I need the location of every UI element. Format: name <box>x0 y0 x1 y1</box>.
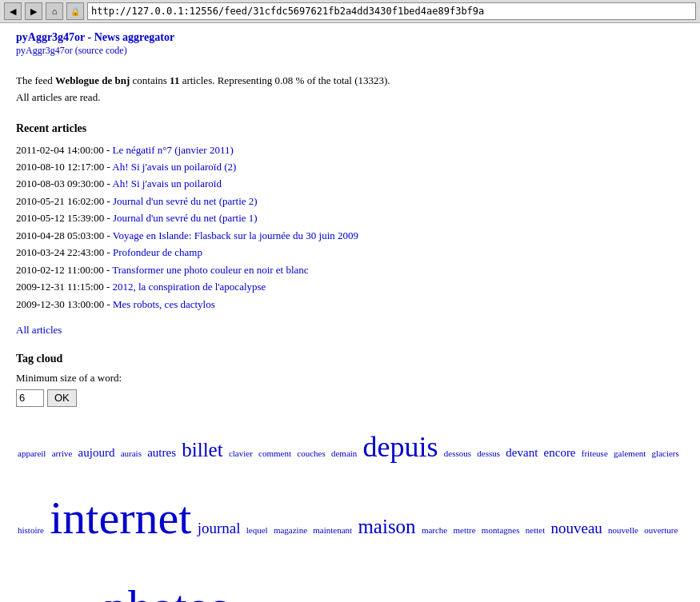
feed-info-total-suffix: % of the total (13323). <box>293 74 390 86</box>
article-item: 2010-05-21 16:02:00 - Journal d'un sevré… <box>16 193 684 209</box>
tag-link[interactable]: galement <box>614 449 646 458</box>
tag-link[interactable]: comment <box>258 449 291 458</box>
ok-button[interactable]: OK <box>47 389 77 407</box>
tag-link[interactable]: demain <box>331 449 357 458</box>
article-link[interactable]: Transformer une photo couleur en noir et… <box>112 264 308 276</box>
tag-link[interactable]: maintenant <box>313 525 352 535</box>
article-date: 2010-05-21 16:02:00 - <box>16 195 113 207</box>
tag-link[interactable]: couches <box>297 449 325 458</box>
tag-link[interactable]: glaciers <box>652 449 679 458</box>
tag-link[interactable]: billet <box>182 439 222 460</box>
feed-percentage: 0.08 <box>275 74 294 86</box>
article-date: 2010-02-12 11:00:00 - <box>16 264 112 276</box>
address-bar[interactable] <box>87 2 696 20</box>
all-articles-link[interactable]: All articles <box>16 324 684 337</box>
tag-link[interactable]: nouveau <box>550 520 602 536</box>
tag-cloud: appareil arrive aujourd aurais autres bi… <box>16 420 684 602</box>
article-date: 2009-12-31 11:15:00 - <box>16 281 112 293</box>
tag-link[interactable]: mettre <box>454 525 476 535</box>
feed-info-middle: contains <box>130 74 170 86</box>
source-code-link[interactable]: pyAggr3g47or (source code) <box>16 45 127 56</box>
min-size-input[interactable] <box>16 389 44 407</box>
app-title-link[interactable]: pyAggr3g47or - News aggregator <box>16 31 174 43</box>
tag-cloud-title: Tag cloud <box>16 353 684 365</box>
articles-list: 2011-02-04 14:00:00 - Le négatif n°7 (ja… <box>16 142 684 313</box>
tag-link[interactable]: aujourd <box>78 446 115 459</box>
article-link[interactable]: Ah! Si j'avais un poilaroïd (2) <box>112 161 236 173</box>
article-link[interactable]: Mes robots, ces dactylos <box>113 298 215 310</box>
feed-info-prefix: The feed <box>16 74 55 86</box>
tag-link[interactable]: magazine <box>274 525 307 535</box>
article-date: 2011-02-04 14:00:00 - <box>16 144 112 156</box>
tag-link[interactable]: arrive <box>52 449 73 458</box>
page-content: pyAggr3g47or - News aggregator pyAggr3g4… <box>0 23 700 602</box>
tag-link[interactable]: dessous <box>444 449 471 458</box>
min-size-label: Minimum size of a word: <box>16 372 684 385</box>
article-item: 2009-12-30 13:00:00 - Mes robots, ces da… <box>16 296 684 313</box>
tag-link[interactable]: marche <box>422 525 447 535</box>
recent-articles-title: Recent articles <box>16 122 684 135</box>
article-link[interactable]: Journal d'un sevré du net (partie 1) <box>113 212 258 224</box>
article-link[interactable]: Le négatif n°7 (janvier 2011) <box>112 144 233 156</box>
feed-info: The feed Weblogue de bnj contains 11 art… <box>16 73 684 106</box>
article-date: 2010-04-28 05:03:00 - <box>16 229 113 241</box>
article-date: 2010-08-10 12:17:00 - <box>16 161 112 173</box>
tag-link[interactable]: clavier <box>229 449 253 458</box>
tag-link[interactable]: lequel <box>246 525 268 535</box>
article-item: 2010-04-28 05:03:00 - Voyage en Islande:… <box>16 227 684 244</box>
tag-link[interactable]: internet <box>50 492 191 544</box>
article-item: 2010-03-24 22:43:00 - Profondeur de cham… <box>16 244 684 261</box>
article-item: 2010-05-12 15:39:00 - Journal d'un sevré… <box>16 209 684 226</box>
tag-link[interactable]: dessus <box>477 449 500 458</box>
article-item: 2011-02-04 14:00:00 - Le négatif n°7 (ja… <box>16 142 684 158</box>
security-icon[interactable]: 🔒 <box>66 2 84 20</box>
home-button[interactable]: ⌂ <box>46 2 63 20</box>
tag-link[interactable]: autres <box>147 446 176 459</box>
tag-link[interactable]: nettet <box>526 525 545 535</box>
article-item: 2009-12-31 11:15:00 - 2012, la conspirat… <box>16 278 684 295</box>
article-date: 2009-12-30 13:00:00 - <box>16 298 113 310</box>
tag-cloud-section: Tag cloud Minimum size of a word: OK app… <box>16 353 684 602</box>
tag-link[interactable]: montagnes <box>482 525 520 535</box>
article-date: 2010-08-03 09:30:00 - <box>16 177 112 189</box>
tag-link[interactable]: encore <box>544 446 576 459</box>
tag-link[interactable]: histoire <box>18 525 44 535</box>
feed-info-suffix: articles. Representing <box>179 74 274 86</box>
app-header: pyAggr3g47or - News aggregator pyAggr3g4… <box>16 31 684 57</box>
article-count: 11 <box>170 74 179 86</box>
article-item: 2010-08-10 12:17:00 - Ah! Si j'avais un … <box>16 158 684 175</box>
feed-name: Weblogue de bnj <box>55 74 130 86</box>
article-item: 2010-02-12 11:00:00 - Transformer une ph… <box>16 261 684 278</box>
tag-link[interactable]: journal <box>198 520 241 536</box>
browser-toolbar: ◀ ▶ ⌂ 🔒 <box>0 0 700 23</box>
article-item: 2010-08-03 09:30:00 - Ah! Si j'avais un … <box>16 175 684 192</box>
article-date: 2010-03-24 22:43:00 - <box>16 246 113 258</box>
tag-link[interactable]: maison <box>358 516 415 537</box>
tag-link[interactable]: photos <box>105 580 229 602</box>
article-link[interactable]: Ah! Si j'avais un poilaroïd <box>112 177 222 189</box>
back-button[interactable]: ◀ <box>4 2 22 20</box>
article-link[interactable]: Journal d'un sevré du net (partie 2) <box>113 195 258 207</box>
tag-link[interactable]: nouvelle <box>608 525 638 535</box>
article-link[interactable]: Voyage en Islande: Flasback sur la journ… <box>113 229 358 241</box>
read-status: All articles are read. <box>16 90 684 106</box>
tag-link[interactable]: devant <box>506 446 538 459</box>
tag-link[interactable]: aurais <box>121 449 142 458</box>
article-link[interactable]: Profondeur de champ <box>113 246 202 258</box>
tag-link[interactable]: appareil <box>18 449 46 458</box>
article-link[interactable]: 2012, la conspiration de l'apocalypse <box>112 281 266 293</box>
min-size-form: OK <box>16 389 684 407</box>
forward-button[interactable]: ▶ <box>25 2 42 20</box>
tag-link[interactable]: friteuse <box>582 449 608 458</box>
article-date: 2010-05-12 15:39:00 - <box>16 212 113 224</box>
tag-link[interactable]: ouverture <box>644 525 678 535</box>
tag-link[interactable]: depuis <box>363 431 438 463</box>
tag-link[interactable]: quelques <box>374 596 476 602</box>
